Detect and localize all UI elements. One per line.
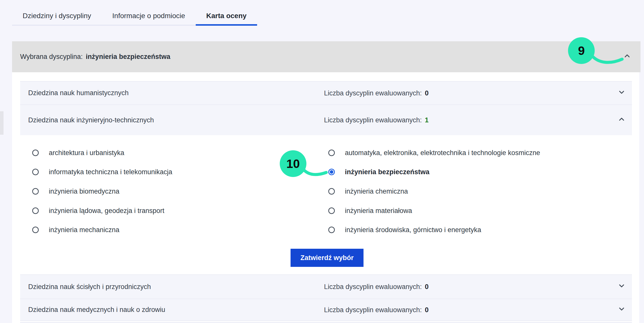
chevron-up-icon[interactable] xyxy=(617,115,626,125)
radio-option-inzynieria-biomedyczna[interactable]: inżynieria biomedyczna xyxy=(32,186,119,197)
section-title: Dziedzina nauk humanistycznych xyxy=(28,89,129,97)
evaluated-count-label: Liczba dyscyplin ewaluowanych: xyxy=(324,283,422,291)
tab-bar: Dziedziny i dyscypliny Informacje o podm… xyxy=(12,6,257,26)
chevron-down-icon[interactable] xyxy=(617,305,626,315)
radio-unselected-icon[interactable] xyxy=(328,150,335,156)
section-dziedzina-nauk-scislych-i-przyrodniczych[interactable]: Dziedzina nauk ścisłych i przyrodniczych… xyxy=(20,274,632,299)
evaluated-count-label: Liczba dyscyplin ewaluowanych: xyxy=(324,89,422,97)
radio-option-inzynieria-srodowiska-gornictwo-i-energetyka[interactable]: inżynieria środowiska, górnictwo i energ… xyxy=(328,224,481,235)
radio-option-inzynieria-bezpieczenstwa[interactable]: inżynieria bezpieczeństwa xyxy=(328,166,429,177)
radio-option-informatyka-techniczna-i-telekomunikacja[interactable]: informatyka techniczna i telekomunikacja xyxy=(32,166,172,177)
chevron-down-icon[interactable] xyxy=(617,282,626,292)
tab-karta-oceny[interactable]: Karta oceny xyxy=(196,6,257,26)
partial-edge-element xyxy=(0,111,4,135)
radio-option-automatyka-elektronika-elektrotechnika-i-technologie-kosmiczne[interactable]: automatyka, elektronika, elektrotechnika… xyxy=(328,147,540,158)
chevron-down-icon[interactable] xyxy=(617,88,626,98)
discipline-radio-panel: architektura i urbanistyka informatyka t… xyxy=(20,135,632,274)
confirm-selection-button[interactable]: Zatwierdź wybór xyxy=(291,249,364,267)
evaluated-count-value: 0 xyxy=(425,89,429,97)
evaluated-count-label: Liczba dyscyplin ewaluowanych: xyxy=(324,116,422,124)
tab-dziedziny-i-dyscypliny[interactable]: Dziedziny i dyscypliny xyxy=(12,6,102,26)
section-dziedzina-nauk-humanistycznych[interactable]: Dziedzina nauk humanistycznych Liczba dy… xyxy=(20,81,632,104)
selected-discipline-label: Wybrana dyscyplina: xyxy=(20,53,83,61)
annotation-badge-10: 10 xyxy=(280,150,306,177)
radio-option-inzynieria-chemiczna[interactable]: inżynieria chemiczna xyxy=(328,186,408,197)
annotation-badge-9: 9 xyxy=(568,37,595,64)
radio-unselected-icon[interactable] xyxy=(32,169,39,175)
section-title: Dziedzina nauk ścisłych i przyrodniczych xyxy=(28,283,151,291)
radio-option-inzynieria-ladowa-geodezja-i-transport[interactable]: inżynieria lądowa, geodezja i transport xyxy=(32,205,164,216)
evaluated-count-value: 0 xyxy=(425,306,429,314)
radio-unselected-icon[interactable] xyxy=(32,227,39,233)
radio-unselected-icon[interactable] xyxy=(328,207,335,214)
radio-unselected-icon[interactable] xyxy=(32,207,39,214)
tab-informacje-o-podmiocie[interactable]: Informacje o podmiocie xyxy=(102,6,195,26)
evaluation-card: Dziedzina nauk humanistycznych Liczba dy… xyxy=(12,72,639,323)
radio-option-architektura-i-urbanistyka[interactable]: architektura i urbanistyka xyxy=(32,147,124,158)
section-title: Dziedzina nauk medycznych i nauk o zdrow… xyxy=(28,306,165,314)
radio-unselected-icon[interactable] xyxy=(328,227,335,233)
evaluated-count-value: 1 xyxy=(425,116,429,124)
evaluated-count-value: 0 xyxy=(425,283,429,291)
section-dziedzina-nauk-inzynieryjno-technicznych[interactable]: Dziedzina nauk inżynieryjno-technicznych… xyxy=(20,104,632,135)
next-section-partial-row xyxy=(20,322,632,323)
radio-unselected-icon[interactable] xyxy=(32,188,39,195)
radio-option-inzynieria-materialowa[interactable]: inżynieria materiałowa xyxy=(328,205,412,216)
section-dziedzina-nauk-medycznych-i-nauk-o-zdrowiu[interactable]: Dziedzina nauk medycznych i nauk o zdrow… xyxy=(20,299,632,321)
selected-discipline-bar[interactable]: Wybrana dyscyplina: inżynieria bezpiecze… xyxy=(12,41,640,72)
selected-discipline-value: inżynieria bezpieczeństwa xyxy=(86,53,170,61)
radio-unselected-icon[interactable] xyxy=(32,150,39,156)
radio-unselected-icon[interactable] xyxy=(328,188,335,195)
evaluated-count-label: Liczba dyscyplin ewaluowanych: xyxy=(324,306,422,314)
section-title: Dziedzina nauk inżynieryjno-technicznych xyxy=(28,116,154,124)
radio-option-inzynieria-mechaniczna[interactable]: inżynieria mechaniczna xyxy=(32,224,119,235)
annotation-tail-9 xyxy=(590,52,625,65)
